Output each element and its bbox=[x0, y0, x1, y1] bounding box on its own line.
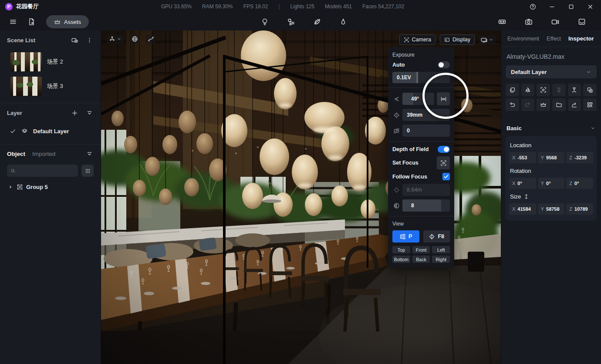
menu-button[interactable] bbox=[6, 15, 20, 28]
viewport[interactable]: Camera Display Exposure Auto bbox=[101, 30, 501, 364]
focal-length-input[interactable]: 39mm bbox=[402, 109, 450, 121]
display-panel-button[interactable]: Display bbox=[440, 34, 475, 45]
add-to-assets-button[interactable] bbox=[583, 84, 597, 96]
view-bottom-button[interactable]: Bottom bbox=[392, 256, 410, 263]
stat-lights: Lights 125 bbox=[290, 3, 314, 10]
tab-object[interactable]: Object bbox=[7, 151, 25, 157]
screen-mode-button[interactable] bbox=[479, 35, 496, 44]
view-back-button[interactable]: Back bbox=[412, 256, 430, 263]
add-scene-button[interactable] bbox=[70, 36, 79, 44]
object-id-button[interactable] bbox=[583, 98, 597, 111]
collapse-icon bbox=[86, 110, 93, 116]
aperture-input[interactable]: 8 bbox=[402, 199, 450, 212]
import-button[interactable] bbox=[24, 15, 38, 28]
object-search[interactable] bbox=[7, 165, 78, 177]
duplicate-button[interactable] bbox=[506, 84, 519, 96]
basic-section-header[interactable]: Basic bbox=[506, 125, 596, 131]
column-tool-button[interactable] bbox=[552, 84, 566, 96]
follow-focus-label: Follow Focus bbox=[392, 174, 442, 180]
layer-header: Layer bbox=[0, 103, 101, 122]
vr-panorama-button[interactable] bbox=[495, 15, 509, 28]
dof-toggle[interactable] bbox=[438, 146, 450, 153]
mirror-button[interactable] bbox=[521, 84, 535, 96]
view-right-button[interactable]: Right bbox=[432, 256, 450, 263]
scene-list-title: Scene List bbox=[7, 37, 64, 44]
scale-link-icon[interactable] bbox=[524, 194, 528, 199]
tab-effect[interactable]: Effect bbox=[547, 35, 561, 42]
scene-item-3[interactable]: 场景 3 bbox=[0, 74, 101, 98]
location-x-field[interactable]: X -553 bbox=[509, 152, 536, 163]
view-left-button[interactable]: Left bbox=[432, 246, 450, 253]
view-top-button[interactable]: Top bbox=[392, 246, 410, 253]
material-tool-button[interactable] bbox=[284, 15, 298, 28]
fov-view-button[interactable]: F8 bbox=[423, 230, 450, 243]
scene-thumbnail-3[interactable] bbox=[10, 77, 42, 96]
transform-tool-button[interactable] bbox=[107, 34, 124, 44]
auto-exposure-label: Auto bbox=[392, 62, 438, 68]
help-button[interactable] bbox=[529, 3, 537, 10]
add-copy-icon bbox=[587, 87, 593, 93]
tab-imported[interactable]: Imported bbox=[32, 151, 55, 157]
fov-input[interactable]: 49° bbox=[402, 93, 434, 105]
export-button[interactable] bbox=[568, 98, 581, 111]
rotation-z-field[interactable]: Z 0° bbox=[566, 178, 593, 189]
light-tool-button[interactable] bbox=[258, 15, 272, 28]
size-z-field[interactable]: Z 10789 bbox=[566, 203, 593, 215]
scene-thumbnail-2[interactable] bbox=[10, 52, 42, 71]
tab-environment[interactable]: Environment bbox=[507, 35, 539, 42]
path-tool-button[interactable] bbox=[146, 34, 156, 44]
location-y-field[interactable]: Y 9568 bbox=[538, 152, 565, 163]
collapse-layers-button[interactable] bbox=[85, 108, 94, 117]
ev-slider[interactable]: 0.1EV bbox=[392, 72, 450, 83]
focus-object-button[interactable] bbox=[537, 84, 550, 96]
scene-item-2[interactable]: 场景 2 bbox=[0, 50, 101, 74]
render-queue-button[interactable] bbox=[575, 15, 589, 28]
location-z-field[interactable]: Z -3239 bbox=[566, 152, 593, 163]
particle-tool-button[interactable] bbox=[336, 15, 350, 28]
scene-list-menu-button[interactable] bbox=[85, 36, 94, 44]
rotation-x-field[interactable]: X 0° bbox=[509, 178, 536, 189]
tab-inspector[interactable]: Inspector bbox=[568, 35, 594, 42]
follow-focus-checkbox[interactable] bbox=[442, 173, 450, 180]
layer-dropdown[interactable]: Default Layer bbox=[506, 65, 597, 78]
collapse-objects-button[interactable] bbox=[85, 149, 94, 158]
pin-light-icon bbox=[571, 87, 577, 93]
import-file-icon bbox=[27, 18, 35, 26]
frame-width-button[interactable] bbox=[437, 92, 450, 105]
minimize-button[interactable] bbox=[548, 3, 556, 10]
object-view-mode-button[interactable] bbox=[81, 165, 94, 177]
perspective-view-button[interactable]: P bbox=[392, 230, 419, 243]
place-on-ground-button[interactable] bbox=[568, 84, 581, 96]
add-layer-button[interactable] bbox=[70, 108, 79, 117]
rotation-y-field[interactable]: Y 0° bbox=[538, 178, 565, 189]
redo-button[interactable] bbox=[521, 98, 535, 111]
focus-target-icon bbox=[440, 160, 447, 166]
set-focus-button[interactable] bbox=[437, 156, 450, 169]
view-front-button[interactable]: Front bbox=[412, 246, 430, 253]
undo-button[interactable] bbox=[506, 98, 519, 111]
world-tool-button[interactable] bbox=[130, 34, 140, 44]
search-input[interactable] bbox=[18, 168, 74, 174]
camera-panel-button[interactable]: Camera bbox=[399, 34, 436, 45]
focus-distance-icon bbox=[393, 187, 400, 193]
save-to-assets-button[interactable] bbox=[537, 98, 550, 111]
assets-button[interactable]: Assets bbox=[46, 15, 89, 28]
maximize-button[interactable] bbox=[567, 3, 575, 10]
render-video-button[interactable] bbox=[548, 15, 562, 28]
layer-title: Layer bbox=[7, 110, 64, 116]
layer-row-default[interactable]: Default Layer bbox=[0, 122, 101, 140]
aperture-value: 8 bbox=[407, 202, 414, 209]
size-x-field[interactable]: X 41584 bbox=[509, 203, 536, 215]
close-button[interactable] bbox=[586, 3, 594, 10]
render-image-button[interactable] bbox=[522, 15, 536, 28]
open-folder-button[interactable] bbox=[552, 98, 566, 111]
kebab-menu-icon bbox=[86, 37, 93, 44]
size-y-field[interactable]: Y 58758 bbox=[538, 203, 565, 215]
shift-input[interactable]: 0 bbox=[402, 125, 450, 137]
vegetation-tool-button[interactable] bbox=[310, 15, 324, 28]
focus-distance-input[interactable]: 8.64m bbox=[402, 184, 450, 196]
auto-exposure-toggle[interactable] bbox=[438, 61, 450, 68]
selected-object-name: Almaty-VGLUB2.max bbox=[506, 53, 596, 60]
assets-button-label: Assets bbox=[64, 19, 81, 25]
tree-item-group5[interactable]: Group 5 bbox=[0, 179, 101, 194]
